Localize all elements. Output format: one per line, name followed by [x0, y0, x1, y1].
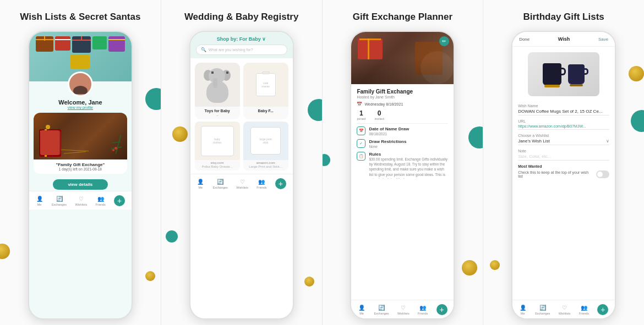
detail-row-1: 📅 Date of Name Draw 08/18/2021 [357, 126, 448, 136]
product-baby-f[interactable]: cuteonesie Baby F... [243, 63, 288, 119]
nav-exchanges[interactable]: 🔄 Exchanges [52, 195, 67, 206]
nav-friends[interactable]: 👥 Friends [96, 195, 106, 206]
svg-point-0 [76, 77, 85, 86]
deco-dot-gold-5 [462, 260, 477, 276]
nav-exchanges-2[interactable]: 🔄 Exchanges [213, 178, 228, 189]
deco-dot-1 [145, 88, 161, 110]
wishlist-value: Jane's Wish List [518, 139, 550, 144]
friends-icon-3: 👥 [419, 304, 427, 311]
event-card: "Family Gift Exchange" 1 day(s) left on … [34, 113, 127, 174]
done-button[interactable]: Done [519, 37, 530, 42]
event-name: Family Gift Exchange [357, 89, 448, 95]
eye-right [226, 71, 228, 74]
product-1-label: Toys for Baby [195, 107, 240, 114]
rules-icon: 📋 [357, 152, 365, 161]
search-icon: 🔍 [201, 47, 206, 52]
person-icon: 👤 [36, 195, 43, 202]
most-wanted-field: Most Wanted Check this to keep at the to… [518, 164, 609, 178]
section-1-title: Wish Lists & Secret Santas [20, 11, 140, 23]
product-2-image: cuteonesie [243, 63, 288, 107]
nav-bar-4: 👤 Me 🔄 Exchanges ♡ Wishlists 👥 Friends + [512, 300, 615, 318]
calendar-detail-icon: 📅 [357, 126, 365, 135]
add-button-4[interactable]: + [597, 304, 608, 315]
nav-friends-2[interactable]: 👥 Friends [256, 178, 266, 189]
wishlist-select[interactable]: Jane's Wish List ∨ [518, 139, 609, 145]
section-wish-lists: Wish Lists & Secret Santas [0, 0, 161, 325]
note-placeholder[interactable]: Size, Color, etc... [518, 154, 609, 161]
elephant-body [206, 81, 228, 103]
product-display [512, 47, 615, 102]
nav-wishlists-4[interactable]: ♡ Wishlists [559, 304, 571, 315]
welcome-text: Welcome, Jane [58, 99, 102, 106]
chevron-down-icon: ∨ [606, 139, 609, 144]
wishlist-label: Choose a Wishlist [518, 134, 609, 137]
section-birthday-gifts: Birthday Gift Lists Done Wish Save [483, 0, 644, 325]
section-gift-exchange: Gift Exchange Planner ✏ Family Gift Exch… [323, 0, 484, 325]
heart-icon-2: ♡ [238, 178, 246, 185]
nav-wishlists[interactable]: ♡ Wishlists [75, 195, 87, 206]
deco-dot-gold-6 [629, 66, 644, 81]
event-title: "Family Gift Exchange" [38, 162, 123, 167]
search-bar[interactable]: 🔍 What are you wishing for? [196, 45, 287, 55]
add-button-2[interactable]: + [275, 178, 286, 189]
nav-bar-1: 👤 Me 🔄 Exchanges ♡ Wishlists 👥 Friends + [29, 191, 132, 210]
nav-friends-4[interactable]: 👥 Friends [579, 304, 589, 315]
user-profile: Welcome, Jane view my profile [29, 71, 132, 109]
view-details-button[interactable]: view details [53, 179, 108, 190]
product-1-sub: → [195, 114, 240, 119]
detail-rules: Rules $30.00 spending limit. Exchange Gi… [369, 152, 448, 179]
wishlist-field: Choose a Wishlist Jane's Wish List ∨ [518, 134, 609, 145]
nav-me-3[interactable]: 👤 Me [358, 304, 365, 315]
svg-point-1 [73, 86, 88, 94]
deco-dot-3 [166, 230, 178, 243]
add-wish-topbar: Done Wish Save [512, 32, 615, 47]
url-value[interactable]: https://www.amazon.com/dp/B07MJW... [518, 124, 609, 130]
nav-me[interactable]: 👤 Me [36, 195, 43, 206]
nav-me-4[interactable]: 👤 Me [519, 304, 527, 315]
section-2-title: Wedding & Baby Registry [184, 11, 299, 23]
phone-2: Shop by: For Baby ∨ 🔍 What are you wishi… [189, 31, 294, 320]
note-field: Note Size, Color, etc... [518, 149, 609, 161]
wish-name-value[interactable]: DOWAN Coffee Mugs Set of 2, 15 OZ Ce... [518, 109, 609, 115]
most-wanted-label: Most Wanted [518, 164, 609, 168]
date-row: 📅 Wednesday 8/18/2021 [357, 102, 448, 107]
eye-left [211, 71, 214, 74]
product-2-label: Baby F... [243, 107, 288, 114]
deco-dot-6 [631, 110, 644, 132]
nav-friends-3[interactable]: 👥 Friends [418, 304, 428, 315]
stat-joined: 1 joined [357, 109, 365, 120]
nav-exchanges-3[interactable]: 🔄 Exchanges [374, 304, 389, 315]
section-wedding-baby: Wedding & Baby Registry Shop by: For Bab… [161, 0, 323, 325]
divider [357, 123, 448, 124]
nav-wishlists-2[interactable]: ♡ Wishlists [236, 178, 248, 189]
nav-wishlists-3[interactable]: ♡ Wishlists [397, 304, 410, 315]
elephant-illustration [202, 67, 232, 103]
section-3-title: Gift Exchange Planner [353, 11, 452, 23]
deco-dot-gold-2 [145, 271, 155, 281]
heart-icon-4: ♡ [561, 304, 569, 311]
save-button[interactable]: Save [598, 37, 608, 42]
deco-dot-gold-7 [490, 260, 500, 270]
most-wanted-toggle[interactable] [596, 170, 609, 178]
wish-name-field: Wish Name DOWAN Coffee Mugs Set of 2, 15… [518, 104, 609, 115]
registry-header: Shop by: For Baby ∨ 🔍 What are you wishi… [190, 32, 293, 58]
view-profile-link[interactable]: view my profile [68, 106, 93, 109]
add-button-1[interactable]: + [114, 195, 125, 206]
product-toys-baby[interactable]: Toys for Baby → [195, 63, 240, 119]
exchange-hero: ✏ [351, 32, 454, 84]
exchange-icon-3: 🔄 [378, 304, 385, 311]
shop-by-label[interactable]: Shop by: For Baby ∨ [196, 36, 287, 42]
source-desc-2: Large Print and Stick... [243, 165, 288, 170]
calendar-icon: 📅 [357, 102, 362, 107]
add-button-3[interactable]: + [436, 304, 447, 315]
nav-me-2[interactable]: 👤 Me [197, 178, 204, 189]
source-desc-1: Polka Baby Onesie... [195, 165, 240, 170]
deco-dot-2 [308, 99, 323, 121]
elephant-trunk [213, 78, 217, 88]
nav-exchanges-4[interactable]: 🔄 Exchanges [535, 304, 550, 315]
mugs-image [528, 52, 599, 96]
detail-date: Date of Name Draw 08/18/2021 [369, 126, 409, 136]
detail-restrictions: Draw Restrictions None [369, 139, 406, 149]
heart-icon: ♡ [77, 195, 85, 202]
main-container: Wish Lists & Secret Santas [0, 0, 644, 325]
